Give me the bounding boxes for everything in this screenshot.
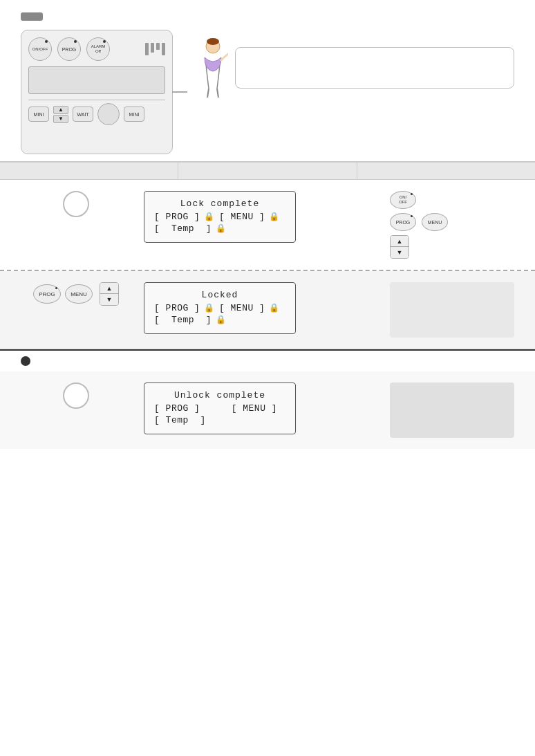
mini-device-2: PROG MENU ▲ ▼ <box>33 282 119 306</box>
prog-mini-btn[interactable]: PROG <box>33 284 61 304</box>
lock-icon-5: 🔒 <box>269 303 280 313</box>
lcd-title-lock-complete: Lock complete <box>154 199 285 209</box>
main-content-row: ON/OFF PROG ALARMOff MINI ▲ ▼ <box>0 30 535 161</box>
svg-point-1 <box>207 38 219 45</box>
right-mini-device-1: ON/OFF PROG MENU ▲ ▼ <box>390 191 448 259</box>
lcd-row-1: [ PROG ] 🔒 [ MENU ] 🔒 <box>154 212 285 222</box>
lock-icon-1: 🔒 <box>204 212 215 222</box>
header-col-1 <box>0 163 178 179</box>
gray-label <box>21 12 43 21</box>
mini-btn-1[interactable]: MINI <box>28 107 49 122</box>
step-circle-3 <box>63 382 89 409</box>
speech-area <box>187 30 514 99</box>
mini-btn-row-2: PROG MENU ▲ ▼ <box>33 282 119 306</box>
lcd-locked-row-2: [ Temp ] 🔒 <box>154 315 285 325</box>
step-middle-3: Unlock complete [ PROG ] [ MENU ] [ Temp… <box>144 382 377 434</box>
arrow-up-btn[interactable]: ▲ <box>53 106 68 114</box>
mini-arrow-down-2[interactable]: ▼ <box>100 294 118 305</box>
bullet-dot <box>21 356 30 366</box>
device-bottom-buttons: MINI ▲ ▼ WAIT MINI <box>28 103 165 125</box>
mini-arrow-up-right[interactable]: ▲ <box>391 236 409 247</box>
lcd-unlock-row-1: [ PROG ] [ MENU ] <box>154 403 285 414</box>
prog-button-device[interactable]: PROG <box>57 37 81 61</box>
arrow-cluster: ▲ ▼ <box>53 106 68 123</box>
lock-icon-3: 🔒 <box>216 223 227 234</box>
header-col-2 <box>178 163 357 179</box>
step-right-2 <box>390 282 514 338</box>
lcd-title-unlock: Unlock complete <box>154 390 285 400</box>
pointer-line <box>172 91 187 93</box>
speech-bubble <box>235 47 514 89</box>
menu-mini-btn[interactable]: MENU <box>65 284 93 304</box>
prog-mini-btn-right[interactable]: PROG <box>390 213 416 231</box>
device-illustration: ON/OFF PROG ALARMOff MINI ▲ ▼ <box>21 30 173 154</box>
device-bars <box>145 43 165 55</box>
mini-btn-3[interactable]: MINI <box>124 107 144 122</box>
on-off-button[interactable]: ON/OFF <box>28 37 52 61</box>
right-mini-arrow-row: ▲ ▼ <box>390 235 409 259</box>
mini-arrow-2: ▲ ▼ <box>100 282 119 306</box>
device-top-buttons: ON/OFF PROG ALARMOff <box>28 37 165 61</box>
lcd-row-2: [ Temp ] 🔒 <box>154 223 285 234</box>
lock-complete-section: Lock complete [ PROG ] 🔒 [ MENU ] 🔒 [ Te… <box>0 180 535 271</box>
step-left-1 <box>21 191 131 217</box>
step-middle-2: Locked [ PROG ] 🔒 [ MENU ] 🔒 [ Temp ] 🔒 <box>144 282 377 334</box>
step-middle-1: Lock complete [ PROG ] 🔒 [ MENU ] 🔒 [ Te… <box>144 191 377 243</box>
step-right-3 <box>390 382 514 438</box>
on-off-mini-btn[interactable]: ON/OFF <box>390 191 416 209</box>
svg-line-2 <box>207 89 209 98</box>
menu-mini-btn-right[interactable]: MENU <box>422 213 448 231</box>
lock-icon-4: 🔒 <box>204 303 215 313</box>
mini-arrow-down-right[interactable]: ▼ <box>391 247 409 258</box>
lcd-title-locked: Locked <box>154 290 285 300</box>
right-mini-btn-row-1: ON/OFF <box>390 191 416 209</box>
top-area <box>0 0 535 30</box>
step-circle-1 <box>63 191 89 217</box>
lcd-locked-row-1: [ PROG ] 🔒 [ MENU ] 🔒 <box>154 303 285 313</box>
arrow-down-btn[interactable]: ▼ <box>53 115 68 123</box>
bullet-section <box>0 349 535 371</box>
lock-icon-6: 🔒 <box>216 315 227 325</box>
lcd-display-locked: Locked [ PROG ] 🔒 [ MENU ] 🔒 [ Temp ] 🔒 <box>144 282 296 334</box>
character-figure <box>187 37 228 99</box>
step-left-2: PROG MENU ▲ ▼ <box>21 282 131 306</box>
locked-section: PROG MENU ▲ ▼ Locked [ PROG ] 🔒 [ MENU ]… <box>0 271 535 349</box>
lcd-display-unlock-complete: Unlock complete [ PROG ] [ MENU ] [ Temp… <box>144 382 296 434</box>
lcd-unlock-row-2: [ Temp ] <box>154 415 285 425</box>
lcd-display-lock-complete: Lock complete [ PROG ] 🔒 [ MENU ] 🔒 [ Te… <box>144 191 296 243</box>
step-right-1: ON/OFF PROG MENU ▲ ▼ <box>390 191 514 259</box>
three-col-header <box>0 161 535 180</box>
right-mini-btn-row-2: PROG MENU <box>390 213 448 231</box>
circle-btn[interactable] <box>97 103 120 125</box>
mini-arrow-right: ▲ ▼ <box>390 235 409 259</box>
header-col-3 <box>357 163 535 179</box>
step-left-3 <box>21 382 131 409</box>
svg-line-3 <box>217 89 218 98</box>
alarm-off-button[interactable]: ALARMOff <box>86 37 110 61</box>
mini-btn-2[interactable]: WAIT <box>73 107 93 122</box>
lock-icon-2: 🔒 <box>269 212 280 222</box>
mini-arrow-up-2[interactable]: ▲ <box>100 283 118 294</box>
device-screen <box>28 66 165 94</box>
unlock-complete-section: Unlock complete [ PROG ] [ MENU ] [ Temp… <box>0 371 535 449</box>
